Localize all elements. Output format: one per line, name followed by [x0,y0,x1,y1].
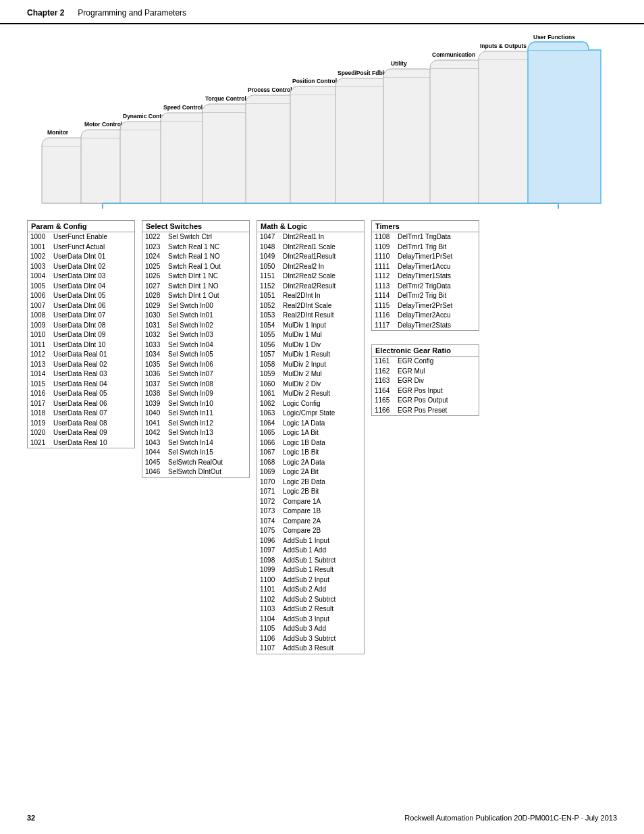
table-row: 1062Logic Config [257,399,364,409]
table-row: 1017UserData Real 06 [28,399,134,409]
row-num: 1017 [30,399,53,409]
row-label: MulDiv 1 Mul [283,330,322,340]
row-num: 1011 [30,340,53,350]
table-row: 1162EGR Mul [372,367,479,377]
row-num: 1070 [260,477,283,488]
row-label: UserData DInt 06 [53,301,105,311]
table-row: 1013UserData Real 02 [28,360,134,370]
row-num: 1104 [260,615,283,625]
row-label: MulDiv 2 Mul [283,369,322,380]
row-label: Sel Swtch In04 [168,340,213,350]
row-num: 1037 [145,380,168,390]
row-num: 1014 [30,369,53,380]
svg-text:Monitor: Monitor [47,129,69,136]
table-row: 1066Logic 1B Data [257,438,364,448]
row-num: 1024 [145,252,168,262]
row-label: Logic/Cmpr State [283,409,335,419]
row-label: AddSub 1 Input [283,536,329,546]
row-num: 1003 [30,262,53,272]
table-row: 1070Logic 2B Data [257,477,364,488]
table-row: 1096AddSub 1 Input [257,536,364,546]
row-label: AddSub 1 Subtrct [283,556,336,566]
table-row: 1030Sel Swtch In01 [142,311,249,321]
row-num: 1096 [260,536,283,546]
table-row: 1099AddSub 1 Result [257,565,364,575]
table-row: 1016UserData Real 05 [28,389,134,399]
row-num: 1103 [260,604,283,615]
table-row: 1104AddSub 3 Input [257,615,364,625]
table-row: 1018UserData Real 07 [28,409,134,419]
timers-header: Timers [372,221,479,232]
row-num: 1102 [260,595,283,605]
table-row: 1053Real2DInt Result [257,311,364,321]
row-num: 1166 [375,406,398,416]
table-row: 1048DInt2Real1 Scale [257,242,364,253]
row-num: 1021 [30,438,53,448]
table-row: 1100AddSub 2 Input [257,575,364,585]
row-label: AddSub 3 Subtrct [283,634,336,644]
row-num: 1101 [260,585,283,595]
row-num: 1036 [145,369,168,380]
table-row: 1021UserData Real 10 [28,438,134,448]
table-row: 1005UserData DInt 04 [28,282,134,292]
row-num: 1066 [260,438,283,448]
table-row: 1015UserData Real 04 [28,380,134,390]
row-label: Swtch Real 1 Out [168,262,221,272]
row-label: Swtch DInt 1 NO [168,282,218,292]
row-num: 1108 [375,232,398,242]
table-row: 1025Swtch Real 1 Out [142,262,249,272]
table-row: 1012UserData Real 01 [28,350,134,360]
row-num: 1007 [30,301,53,311]
row-num: 1040 [145,409,168,419]
row-num: 1048 [260,242,283,253]
row-label: Real2DInt Scale [283,301,331,311]
row-label: DelTmr2 Trig Bit [398,291,446,301]
row-num: 1004 [30,271,53,282]
egr-body: 1161EGR Config1162EGR Mul1163EGR Div1164… [372,357,479,415]
svg-text:Speed/Posit Fdbk: Speed/Posit Fdbk [338,70,386,76]
row-label: AddSub 2 Result [283,604,333,615]
egr-table: Electronic Gear Ratio 1161EGR Config1162… [371,344,479,416]
svg-text:Utility: Utility [391,60,407,67]
row-num: 1042 [145,428,168,438]
row-num: 1016 [30,389,53,399]
table-row: 1110DelayTimer1PrSet [372,252,479,262]
row-num: 1054 [260,321,283,331]
row-num: 1032 [145,330,168,340]
page-number: 32 [27,814,35,822]
row-label: Logic 2B Data [283,477,325,488]
row-num: 1162 [375,367,398,377]
row-label: SelSwtch DIntOut [168,467,221,477]
row-num: 1161 [375,357,398,367]
row-label: Sel Swtch In05 [168,350,213,360]
row-label: Compare 1A [283,497,321,507]
row-label: DelTmr1 Trig Bit [398,242,446,253]
table-row: 1103AddSub 2 Result [257,604,364,615]
row-num: 1023 [145,242,168,253]
row-num: 1074 [260,517,283,527]
row-label: AddSub 2 Input [283,575,329,585]
row-num: 1043 [145,438,168,448]
row-label: DInt2Real2 In [283,262,324,272]
row-label: DelTmr2 TrigData [398,282,451,292]
row-label: UserData DInt 09 [53,330,105,340]
table-row: 1043Sel Swtch In14 [142,438,249,448]
svg-rect-22 [528,50,601,203]
row-label: DInt2Real1 Scale [283,242,336,253]
table-row: 1165EGR Pos Output [372,396,479,406]
row-num: 1115 [375,301,398,311]
table-row: 1027Swtch DInt 1 NO [142,282,249,292]
table-row: 1152DInt2Real2Result [257,282,364,292]
row-label: Sel Swtch In09 [168,389,213,399]
row-label: DInt2Real1Result [283,252,336,262]
table-row: 1112DelayTimer1Stats [372,271,479,282]
table-row: 1004UserData DInt 03 [28,271,134,282]
row-num: 1111 [375,262,398,272]
table-row: 1037Sel Swtch In08 [142,380,249,390]
tab-user-functions: User Functions [528,34,601,203]
row-label: UserData DInt 04 [53,282,105,292]
row-label: Logic 1A Data [283,419,325,429]
row-num: 1047 [260,232,283,242]
row-label: DelayTimer2Stats [398,321,451,331]
tables-area: Param & Config 1000UserFunct Enable1001U… [27,220,617,654]
